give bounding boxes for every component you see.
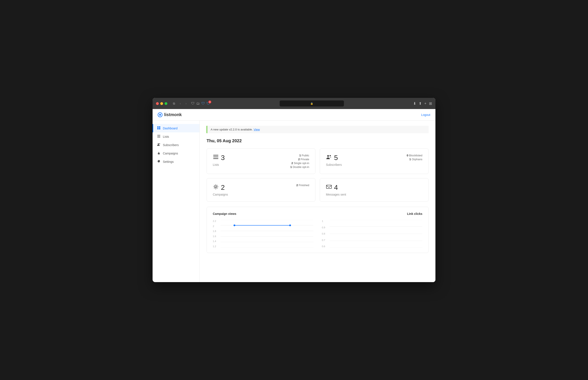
settings-icon (157, 160, 161, 164)
lists-details: 1 Public 2 Private 2 Single opt-in 1 Dou… (290, 154, 309, 169)
sidebar: Dashboard Lists (153, 121, 200, 282)
subscribers-details: 0 Blocklisted 1 Orphans (407, 154, 422, 161)
views-chart-area (220, 220, 313, 248)
app-name: listmonk (164, 112, 182, 117)
messages-stat-icon (326, 184, 332, 191)
clicks-chart-area (330, 220, 422, 248)
update-text: A new update v2.2.0 is available. (211, 128, 253, 131)
svg-rect-6 (157, 135, 160, 135)
svg-rect-2 (157, 126, 158, 128)
address-bar[interactable]: 🔒 (280, 100, 344, 106)
shield-icon: 🛡 (191, 101, 195, 105)
sidebar-item-label: Subscribers (163, 143, 179, 147)
svg-point-27 (289, 225, 291, 226)
extension-icon-2: 🛡 (201, 101, 205, 105)
main-content: A new update v2.2.0 is available. View T… (200, 121, 435, 282)
lists-label: Lists (213, 163, 290, 167)
app-logo: listmonk (158, 112, 182, 117)
extension-badge-icon: 🛡 (207, 101, 210, 106)
browser-nav-controls: ⧉ ‹ › (172, 101, 188, 106)
charts-section: Campaign views Link clicks 2.2 2 1.8 1.6… (207, 207, 429, 253)
browser-chrome: ⧉ ‹ › 🛡 🗂 🛡 🛡 🔒 ⬇ ⬆ + ⊞ (153, 98, 435, 109)
clicks-chart-title: Link clicks (407, 212, 422, 215)
messages-stat-card: 4 Messages sent (320, 178, 429, 202)
subscribers-stat-icon (326, 154, 332, 162)
dashboard-icon (157, 126, 161, 130)
lists-detail-1: 2 Private (290, 158, 309, 161)
address-bar-area: 🔒 (213, 100, 411, 106)
traffic-lights (156, 102, 167, 105)
svg-point-16 (330, 155, 331, 156)
stats-grid: 3 Lists 1 Public 2 Private (207, 149, 429, 202)
lists-stat-icon (213, 154, 219, 162)
svg-rect-4 (157, 128, 158, 129)
sidebar-item-campaigns[interactable]: Campaigns (153, 149, 199, 157)
subscribers-detail-0: 0 Blocklisted (407, 154, 422, 157)
sidebar-item-lists[interactable]: Lists (153, 132, 199, 141)
app-container: listmonk Logout Dashboard (153, 109, 435, 282)
sidebar-item-dashboard[interactable]: Dashboard (153, 124, 199, 132)
sidebar-item-label: Lists (163, 135, 169, 138)
views-y-axis: 2.2 2 1.8 1.6 1.4 1.2 (213, 220, 219, 248)
lists-detail-3: 1 Double opt-in (290, 165, 309, 169)
clicks-chart: 1 0.9 0.8 0.7 0.6 (322, 220, 422, 248)
svg-rect-13 (213, 157, 218, 157)
close-button[interactable] (156, 102, 159, 105)
lists-count: 3 (221, 154, 225, 162)
sidebar-item-label: Campaigns (163, 152, 178, 155)
charts-header: Campaign views Link clicks (213, 212, 422, 215)
maximize-button[interactable] (165, 102, 167, 105)
views-chart-title: Campaign views (213, 212, 236, 215)
sidebar-item-settings[interactable]: Settings (153, 157, 199, 166)
campaigns-stat-card: 2 Campaigns 2 Finished (207, 178, 315, 202)
campaigns-count: 2 (221, 184, 225, 191)
svg-point-1 (159, 114, 161, 116)
svg-rect-8 (157, 137, 160, 137)
nav-forward-icon[interactable]: › (184, 101, 188, 106)
nav-back-icon[interactable]: ‹ (178, 101, 182, 106)
main-layout: Dashboard Lists (153, 121, 435, 282)
campaigns-label: Campaigns (213, 193, 296, 196)
svg-rect-14 (213, 158, 218, 159)
sidebar-item-label: Settings (163, 160, 174, 163)
campaigns-icon (157, 151, 161, 155)
share-icon[interactable]: ⬆ (419, 101, 422, 106)
views-chart: 2.2 2 1.8 1.6 1.4 1.2 (213, 220, 313, 248)
svg-rect-12 (213, 155, 218, 155)
svg-point-15 (327, 155, 329, 157)
sidebar-toggle-icon[interactable]: ⧉ (172, 101, 176, 106)
svg-point-9 (158, 143, 159, 145)
download-icon[interactable]: ⬇ (413, 101, 416, 106)
grid-icon[interactable]: ⊞ (429, 101, 432, 106)
toolbar-icons: ⬇ ⬆ + ⊞ (413, 101, 432, 106)
sidebar-item-label: Dashboard (163, 127, 178, 130)
campaigns-stat-icon (213, 184, 219, 191)
minimize-button[interactable] (160, 102, 163, 105)
lists-detail-2: 2 Single opt-in (290, 162, 309, 165)
svg-rect-5 (159, 128, 160, 129)
subscribers-detail-1: 1 Orphans (407, 158, 422, 161)
campaigns-details: 2 Finished (296, 184, 309, 187)
svg-point-10 (159, 143, 160, 144)
extension-icon-1: 🗂 (196, 101, 200, 105)
messages-count: 4 (334, 184, 338, 191)
top-bar: listmonk Logout (153, 109, 435, 121)
update-banner: A new update v2.2.0 is available. View (207, 126, 429, 133)
logout-button[interactable]: Logout (421, 113, 430, 116)
update-view-link[interactable]: View (254, 128, 260, 131)
lists-icon (157, 134, 161, 139)
subscribers-count: 5 (334, 154, 338, 162)
sidebar-item-subscribers[interactable]: Subscribers (153, 141, 199, 149)
svg-point-26 (234, 225, 235, 226)
lists-stat-card: 3 Lists 1 Public 2 Private (207, 149, 315, 174)
clicks-y-axis: 1 0.9 0.8 0.7 0.6 (322, 220, 328, 248)
lists-detail-0: 1 Public (290, 154, 309, 157)
subscribers-icon (157, 143, 161, 147)
subscribers-stat-card: 5 Subscribers 0 Blocklisted 1 Orphans (320, 149, 429, 174)
campaigns-detail-0: 2 Finished (296, 184, 309, 187)
messages-label: Messages sent (326, 193, 422, 196)
charts-grid: 2.2 2 1.8 1.6 1.4 1.2 (213, 220, 422, 248)
new-tab-icon[interactable]: + (424, 101, 426, 106)
svg-rect-3 (159, 126, 160, 128)
subscribers-label: Subscribers (326, 163, 407, 167)
